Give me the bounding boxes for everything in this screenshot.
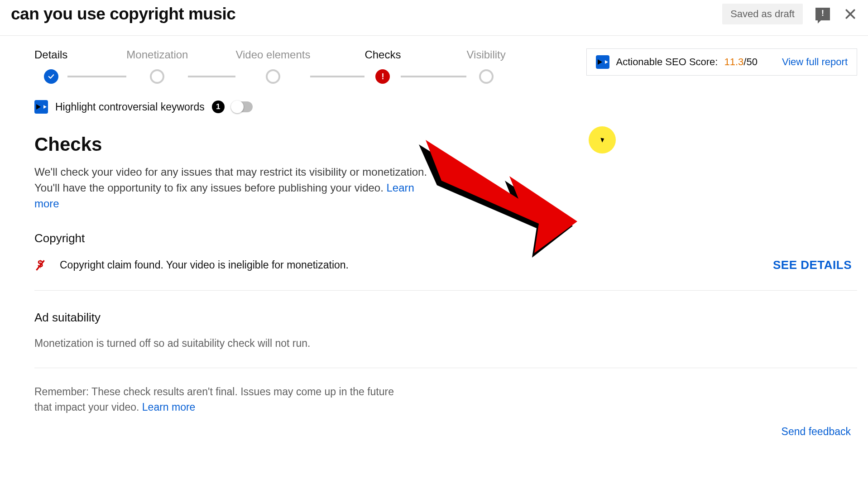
step-visibility[interactable]: Visibility xyxy=(466,48,505,84)
learn-more-link[interactable]: Learn more xyxy=(142,401,196,413)
step-label: Details xyxy=(34,48,67,69)
send-feedback-link[interactable]: Send feedback xyxy=(34,426,851,438)
seo-score-value: 11.3 xyxy=(724,56,743,67)
close-icon[interactable] xyxy=(844,7,857,21)
vidiq-icon xyxy=(34,100,48,114)
seo-score-card: Actionable SEO Score: 11.3/50 View full … xyxy=(586,48,857,76)
step-connector xyxy=(401,76,466,77)
saved-draft-badge: Saved as draft xyxy=(722,4,803,24)
keyword-count-badge: 1 xyxy=(212,101,225,113)
copyright-message: Copyright claim found. Your video is ine… xyxy=(60,259,773,271)
seo-score-max: /50 xyxy=(743,56,758,67)
vidiq-icon xyxy=(596,55,609,69)
step-checks[interactable]: Checks ! xyxy=(364,48,401,84)
step-label: Monetization xyxy=(126,48,188,69)
circle-icon xyxy=(479,69,494,84)
circle-icon xyxy=(150,69,164,84)
checks-description: We'll check your video for any issues th… xyxy=(34,164,433,211)
step-monetization[interactable]: Monetization xyxy=(126,48,188,84)
step-details[interactable]: Details xyxy=(34,48,67,84)
step-video-elements[interactable]: Video elements xyxy=(235,48,310,84)
copyright-heading: Copyright xyxy=(34,231,857,245)
step-connector xyxy=(310,76,364,77)
step-connector xyxy=(67,76,126,77)
checks-disclaimer: Remember: These check results aren't fin… xyxy=(34,384,406,415)
dollar-off-icon: $ xyxy=(34,259,46,272)
see-details-button[interactable]: SEE DETAILS xyxy=(773,258,852,272)
step-label: Visibility xyxy=(466,48,505,69)
ad-suitability-message: Monetization is turned off so ad suitabi… xyxy=(34,337,857,350)
view-full-report-link[interactable]: View full report xyxy=(782,56,848,68)
check-icon xyxy=(44,69,58,84)
video-title: can you use copyright music xyxy=(11,5,722,24)
step-label: Video elements xyxy=(235,48,310,69)
feedback-icon[interactable]: ! xyxy=(815,8,830,20)
keywords-toggle[interactable] xyxy=(232,101,253,112)
checks-heading: Checks xyxy=(34,134,857,155)
upload-stepper: Details Monetization Video elements Chec… xyxy=(34,48,506,84)
error-icon: ! xyxy=(375,69,390,84)
seo-label: Actionable SEO Score: xyxy=(616,56,718,68)
step-connector xyxy=(188,76,235,77)
controversial-keywords-label: Highlight controversial keywords xyxy=(55,101,205,113)
ad-suitability-heading: Ad suitability xyxy=(34,311,857,325)
step-label: Checks xyxy=(364,48,401,69)
circle-icon xyxy=(266,69,280,84)
